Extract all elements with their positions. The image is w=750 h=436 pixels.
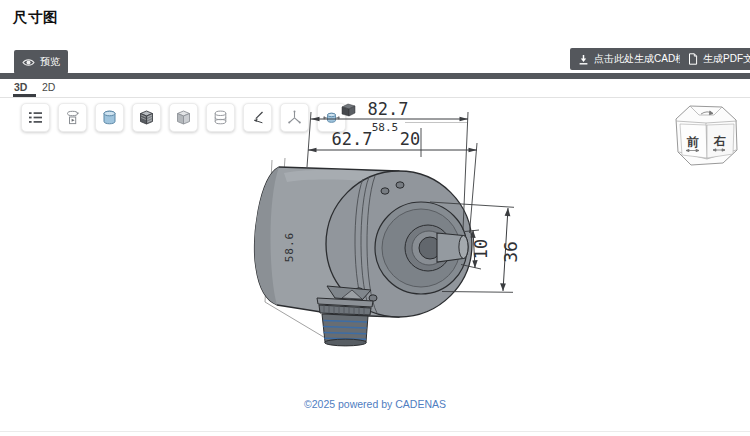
dimension-drawing-page: 尺寸图 预览 点击此处生成CAD模型 生成PDF文件 3D 2D xyxy=(0,0,750,436)
generate-pdf-label: 生成PDF文件 xyxy=(703,52,750,66)
tool-button-wireframe-view[interactable] xyxy=(206,103,235,132)
view-cube[interactable]: 前 右 xyxy=(666,100,750,178)
solid-view-icon xyxy=(175,109,192,126)
preview-label: 预览 xyxy=(40,55,60,69)
hatched-view-icon xyxy=(138,109,155,126)
header-divider-bar xyxy=(0,73,750,79)
preview-button[interactable]: 预览 xyxy=(14,50,68,74)
dim-cube-icon xyxy=(342,104,355,116)
tool-button-solid-view[interactable] xyxy=(169,103,198,132)
dim-hub-diameter: 36 xyxy=(500,241,521,263)
tool-button-shaded-view[interactable] xyxy=(95,103,124,132)
encoder-shaft xyxy=(437,233,468,262)
tab-3d[interactable]: 3D xyxy=(14,81,27,93)
view-cube-front-label: 前 xyxy=(686,135,699,149)
tab-2d[interactable]: 2D xyxy=(42,81,55,93)
pdf-file-icon xyxy=(688,53,698,65)
wireframe-view-icon xyxy=(212,109,229,126)
list-icon xyxy=(27,109,44,126)
animate-icon xyxy=(64,109,81,126)
tool-button-list[interactable] xyxy=(21,103,50,132)
dim-body-length: 62.7 xyxy=(332,129,373,149)
dim-shaft-length: 20 xyxy=(400,129,420,149)
shaded-view-icon xyxy=(101,109,118,126)
page-bottom-border xyxy=(0,431,750,432)
view-cube-right-label: 右 xyxy=(713,134,726,148)
page-title: 尺寸图 xyxy=(13,8,58,27)
tool-button-hatched-view[interactable] xyxy=(132,103,161,132)
tool-button-animate[interactable] xyxy=(58,103,87,132)
footer-credit[interactable]: ©2025 powered by CADENAS xyxy=(0,398,750,410)
generate-pdf-button[interactable]: 生成PDF文件 xyxy=(680,48,750,70)
dim-shaft-diameter: 10 xyxy=(471,239,491,259)
eye-icon xyxy=(22,57,35,68)
download-icon xyxy=(578,54,589,65)
dim-ghost: 58.5 xyxy=(372,121,399,134)
dim-total-length: 82.7 xyxy=(368,99,409,119)
engraved-diameter: 58.6 xyxy=(283,232,296,263)
3d-model-canvas[interactable]: 58.6 xyxy=(235,88,545,380)
